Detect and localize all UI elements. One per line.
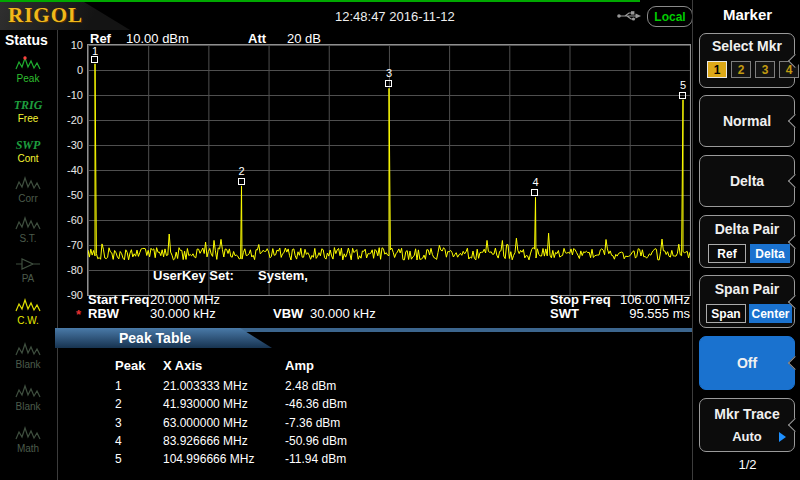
status-item-label: Peak <box>0 73 56 85</box>
rbw-label: RBW <box>88 306 119 321</box>
status-item-label: Free <box>0 113 56 125</box>
y-tick-label: 0 <box>56 64 83 76</box>
status-item-math: Math <box>0 426 56 455</box>
y-tick-label: -70 <box>56 239 83 251</box>
menu-title: Marker <box>695 6 800 23</box>
brand-logo: RIGOL <box>8 3 83 28</box>
status-title: Status <box>5 32 48 48</box>
panel-divider <box>692 0 693 480</box>
swp-text-icon: SWP <box>0 136 56 153</box>
status-item-corr: Corr <box>0 176 56 205</box>
blank-waveform-icon <box>0 342 56 359</box>
analyzer-screen: RIGOL 12:48:47 2016-11-12 Local Status P… <box>0 0 800 480</box>
cw-waveform-icon <box>0 298 56 315</box>
rbw-manual-star: * <box>76 307 81 322</box>
span-pair-button[interactable]: Span Pair Span Center <box>699 275 795 328</box>
y-axis-labels: 100-10-20-30-40-50-60-70-80-90 <box>56 44 85 296</box>
status-item-label: Blank <box>0 359 56 371</box>
select-marker-2[interactable]: 2 <box>731 61 751 78</box>
status-item-label: S.T. <box>0 233 56 245</box>
peak-table-cell: 104.996666 MHz <box>163 452 254 466</box>
y-tick-label: -10 <box>56 89 83 101</box>
spectrum-trace <box>88 45 690 295</box>
peak-table-cell: 2.48 dBm <box>285 379 336 393</box>
swt-value: 95.555 ms <box>610 306 690 321</box>
y-tick-label: -90 <box>56 289 83 301</box>
peak-table-cell: 2 <box>115 397 122 411</box>
select-mkr-label: Select Mkr <box>700 38 794 54</box>
peak-table-cell: 41.930000 MHz <box>163 397 248 411</box>
peak-table-cell: -11.94 dBm <box>285 452 346 466</box>
peak-table-cell: 3 <box>115 416 122 430</box>
status-item-swp: SWPCont <box>0 136 56 165</box>
corr-waveform-icon <box>0 176 56 193</box>
preamp-icon <box>0 256 56 273</box>
y-tick-label: 10 <box>56 39 83 51</box>
peak-table-cell: 4 <box>115 434 122 448</box>
start-freq-label: Start Freq <box>88 292 149 307</box>
y-tick-label: -50 <box>56 189 83 201</box>
peak-table-cell: -7.36 dBm <box>285 416 340 430</box>
status-item-blank2: Blank <box>0 384 56 413</box>
peak-table-cell: -46.36 dBm <box>285 397 347 411</box>
submenu-arrow-icon <box>779 432 786 442</box>
delta-pair-button[interactable]: Delta Pair Ref Delta <box>699 215 795 268</box>
y-tick-label: -40 <box>56 164 83 176</box>
status-item-label: Blank <box>0 401 56 413</box>
userkey-set-value: System, <box>258 268 308 283</box>
stop-freq-value: 106.00 MHz <box>615 292 690 307</box>
peak-table-cell: 1 <box>115 379 122 393</box>
select-mkr-button[interactable]: Select Mkr 1234 <box>699 33 795 88</box>
peak-waveform-icon <box>0 56 56 73</box>
status-item-label: Cont <box>0 153 56 165</box>
peak-table-cell: 63.000000 MHz <box>163 416 248 430</box>
trig-text-icon: TRIG <box>0 96 56 113</box>
normal-button[interactable]: Normal <box>699 95 795 147</box>
peak-table-cell: 21.003333 MHz <box>163 379 248 393</box>
peak-table-header: Peak <box>115 358 145 373</box>
status-item-pa: PA <box>0 256 56 285</box>
status-item-cw: C.W. <box>0 298 56 327</box>
y-tick-label: -30 <box>56 139 83 151</box>
peak-table-cell: 5 <box>115 452 122 466</box>
mkr-trace-label: Mkr Trace <box>700 406 794 422</box>
delta-pair-delta-option[interactable]: Delta <box>750 244 790 263</box>
span-pair-center-option[interactable]: Center <box>749 304 792 323</box>
status-item-trig: TRIGFree <box>0 96 56 125</box>
y-tick-label: -20 <box>56 114 83 126</box>
span-pair-span-option[interactable]: Span <box>706 304 746 323</box>
peak-table-header: Amp <box>285 358 314 373</box>
normal-label: Normal <box>700 113 794 129</box>
off-label: Off <box>700 355 794 371</box>
peak-table-header: X Axis <box>163 358 202 373</box>
status-item-label: Corr <box>0 193 56 205</box>
local-remote-badge: Local <box>647 6 693 27</box>
mkr-trace-button[interactable]: Mkr Trace Auto <box>699 398 795 452</box>
datetime: 12:48:47 2016-11-12 <box>335 9 455 24</box>
sweep-progress-line <box>0 0 640 2</box>
off-button[interactable]: Off <box>699 336 795 390</box>
menu-page-indicator: 1/2 <box>695 457 800 472</box>
status-item-peak: Peak <box>0 56 56 85</box>
y-tick-label: -60 <box>56 214 83 226</box>
usb-icon <box>616 9 642 27</box>
status-item-label: PA <box>0 273 56 285</box>
y-tick-label: -80 <box>56 264 83 276</box>
sweep-time-waveform-icon <box>0 216 56 233</box>
rbw-value: 30.000 kHz <box>150 306 216 321</box>
delta-button[interactable]: Delta <box>699 155 795 207</box>
select-mkr-boxes: 1234 <box>707 61 799 78</box>
status-item-st: S.T. <box>0 216 56 245</box>
peak-table-cell: -50.96 dBm <box>285 434 347 448</box>
vbw-value: 30.000 kHz <box>310 306 376 321</box>
select-marker-3[interactable]: 3 <box>755 61 775 78</box>
delta-pair-ref-option[interactable]: Ref <box>708 244 746 263</box>
select-marker-1[interactable]: 1 <box>707 61 727 78</box>
userkey-set-label: UserKey Set: <box>153 268 234 283</box>
math-waveform-icon <box>0 426 56 443</box>
delta-pair-label: Delta Pair <box>700 221 794 237</box>
status-item-blank1: Blank <box>0 342 56 371</box>
vbw-label: VBW <box>273 306 303 321</box>
peak-table-cell: 83.926666 MHz <box>163 434 248 448</box>
start-freq-value: 20.000 MHz <box>150 292 220 307</box>
